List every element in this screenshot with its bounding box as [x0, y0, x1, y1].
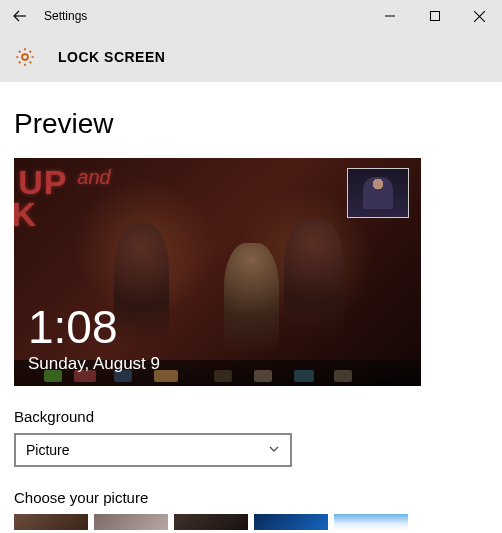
maximize-button[interactable] — [412, 0, 457, 32]
picture-option[interactable] — [254, 514, 328, 530]
user-tile — [347, 168, 409, 218]
picture-thumbnails — [14, 514, 488, 530]
window-title: Settings — [44, 9, 87, 23]
svg-rect-2 — [430, 12, 439, 21]
picture-option[interactable] — [14, 514, 88, 530]
svg-point-5 — [22, 54, 28, 60]
picture-option[interactable] — [94, 514, 168, 530]
picture-option[interactable] — [334, 514, 408, 530]
chevron-down-icon — [268, 442, 280, 458]
sign-and: and — [77, 168, 110, 187]
choose-picture-label: Choose your picture — [14, 489, 488, 506]
back-button[interactable] — [0, 0, 40, 32]
title-bar: Settings — [0, 0, 502, 32]
background-select[interactable]: Picture — [14, 433, 292, 467]
preview-sign: T UP and NK — [14, 166, 111, 231]
minimize-button[interactable] — [367, 0, 412, 32]
content-area: Preview T UP and NK 1:08 Sunday, Au — [0, 82, 502, 533]
gear-icon — [14, 46, 36, 68]
close-button[interactable] — [457, 0, 502, 32]
page-title: LOCK SCREEN — [58, 49, 165, 65]
background-select-value: Picture — [26, 442, 70, 458]
lockscreen-preview[interactable]: T UP and NK 1:08 Sunday, August 9 — [14, 158, 421, 386]
picture-option[interactable] — [174, 514, 248, 530]
page-header: LOCK SCREEN — [0, 32, 502, 82]
preview-time: 1:08 — [28, 304, 118, 350]
preview-date: Sunday, August 9 — [28, 354, 160, 374]
background-label: Background — [14, 408, 488, 425]
preview-heading: Preview — [14, 108, 488, 140]
sign-line-2: NK — [14, 195, 37, 233]
